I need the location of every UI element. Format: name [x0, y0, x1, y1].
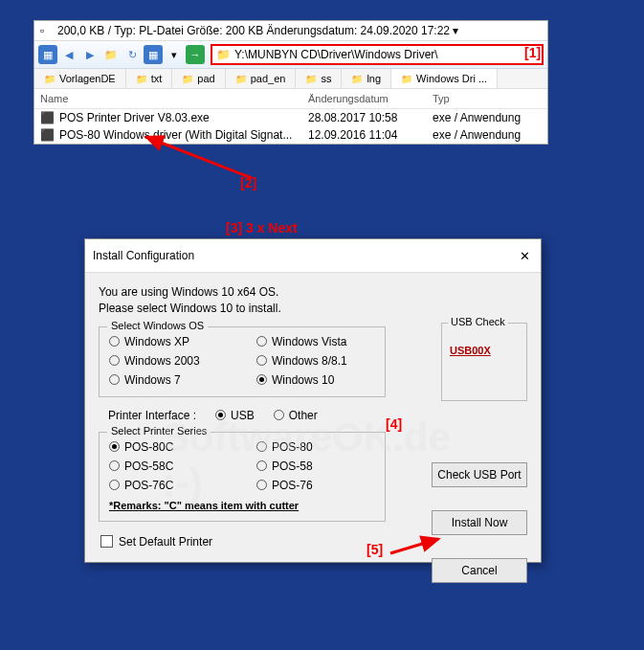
- file-explorer: ▫ 200,0 KB / Typ: PL-Datei Größe: 200 KB…: [33, 20, 548, 145]
- os-fieldset: Select Windows OS Windows XP Windows Vis…: [99, 326, 386, 397]
- install-now-button[interactable]: Install Now: [432, 510, 527, 535]
- file-row[interactable]: ⬛ POS-80 Windows driver (With Digital Si…: [34, 126, 547, 144]
- radio-icon: [109, 441, 120, 452]
- radio-icon: [109, 355, 120, 366]
- radio-windows-8[interactable]: Windows 8/8.1: [256, 354, 375, 368]
- checkbox-icon: [100, 535, 113, 548]
- radio-pos-58c[interactable]: POS-58C: [109, 459, 228, 473]
- radio-icon: [215, 410, 226, 420]
- tab-item-active[interactable]: 📁Windows Dri ...: [391, 69, 498, 88]
- file-type: exe / Anwendung: [433, 111, 542, 124]
- annotation-1: [1]: [524, 45, 541, 60]
- tab-item[interactable]: 📁pad_en: [226, 69, 297, 88]
- radio-icon: [256, 336, 267, 347]
- titlebar: Install Configuration ✕: [85, 239, 541, 273]
- status-text: 200,0 KB / Typ: PL-Datei Größe: 200 KB Ä…: [57, 24, 542, 37]
- folder-icon: 📁: [216, 48, 231, 61]
- annotation-3: [3] 3 x Next: [226, 220, 298, 235]
- exe-icon: ⬛: [40, 111, 56, 124]
- folder-icon: 📁: [305, 74, 317, 84]
- folder-tabs: 📁VorlagenDE 📁txt 📁pad 📁pad_en 📁ss 📁lng 📁…: [34, 69, 547, 89]
- usb-check-legend: USB Check: [448, 316, 508, 327]
- view-icon[interactable]: ▦: [38, 45, 57, 64]
- remarks-text: *Remarks: "C" means item with cutter: [109, 500, 375, 511]
- info-text: You are using Windows 10 x64 OS. Please …: [99, 284, 527, 317]
- tab-item[interactable]: 📁lng: [342, 69, 391, 88]
- address-text: Y:\MUNBYN CD\Driver\Windows Driver\: [234, 48, 538, 61]
- file-name: POS Printer Driver V8.03.exe: [59, 111, 308, 124]
- file-date: 28.08.2017 10:58: [308, 111, 433, 124]
- radio-pos-76c[interactable]: POS-76C: [109, 479, 228, 492]
- svg-line-1: [390, 539, 438, 553]
- radio-icon: [256, 374, 267, 385]
- tab-item[interactable]: 📁ss: [296, 69, 342, 88]
- radio-icon: [256, 441, 267, 452]
- radio-pos-80[interactable]: POS-80: [256, 440, 375, 454]
- file-row[interactable]: ⬛ POS Printer Driver V8.03.exe 28.08.201…: [34, 109, 547, 126]
- dialog-title: Install Configuration: [93, 249, 510, 262]
- radio-icon: [109, 374, 120, 385]
- back-icon[interactable]: ◀: [59, 45, 78, 64]
- col-date[interactable]: Änderungsdatum: [308, 93, 433, 104]
- check-usb-button[interactable]: Check USB Port: [432, 462, 527, 487]
- radio-windows-vista[interactable]: Windows Vista: [256, 335, 375, 348]
- file-date: 12.09.2016 11:04: [308, 128, 433, 142]
- folder-icon: 📁: [44, 74, 56, 84]
- radio-icon: [274, 410, 284, 420]
- col-name[interactable]: Name: [40, 93, 308, 104]
- tab-item[interactable]: 📁pad: [172, 69, 225, 88]
- folder-icon: 📁: [235, 74, 247, 84]
- radio-icon: [109, 336, 120, 347]
- dropdown-icon[interactable]: ▾: [165, 45, 184, 64]
- radio-icon: [256, 460, 267, 471]
- folder-icon: 📁: [136, 74, 147, 84]
- svg-line-0: [146, 137, 252, 178]
- tab-item[interactable]: 📁VorlagenDE: [34, 69, 126, 88]
- usb-value: USB00X: [450, 345, 522, 356]
- radio-icon: [256, 480, 267, 490]
- install-dialog: Install Configuration ✕ You are using Wi…: [84, 238, 542, 563]
- radio-pos-76[interactable]: POS-76: [256, 479, 375, 492]
- radio-icon: [256, 355, 267, 366]
- radio-icon: [109, 480, 120, 490]
- explorer-toolbar: ▦ ◀ ▶ 📁 ↻ ▦ ▾ → 📁 Y:\MUNBYN CD\Driver\Wi…: [34, 41, 547, 69]
- radio-pos-58[interactable]: POS-58: [256, 459, 375, 473]
- grid-icon[interactable]: ▦: [144, 45, 163, 64]
- close-icon[interactable]: ✕: [510, 245, 539, 266]
- arrow-icon: [386, 534, 453, 563]
- file-type: exe / Anwendung: [433, 128, 542, 142]
- printer-interface-label: Printer Interface :: [108, 409, 196, 422]
- series-legend: Select Printer Series: [107, 425, 211, 437]
- set-default-label: Set Default Printer: [119, 535, 212, 549]
- annotation-5: [5]: [366, 542, 383, 557]
- os-legend: Select Windows OS: [107, 320, 208, 331]
- folder-icon: 📁: [401, 74, 412, 84]
- refresh-icon[interactable]: ↻: [122, 45, 142, 64]
- exe-icon: ⬛: [40, 128, 56, 142]
- col-typ[interactable]: Typ: [433, 93, 542, 104]
- radio-windows-2003[interactable]: Windows 2003: [109, 354, 228, 368]
- series-fieldset: Select Printer Series POS-80C POS-80 POS…: [99, 432, 386, 522]
- up-icon[interactable]: 📁: [101, 45, 121, 64]
- radio-windows-xp[interactable]: Windows XP: [109, 335, 228, 348]
- radio-icon: [109, 460, 120, 471]
- go-icon[interactable]: →: [186, 45, 205, 64]
- folder-icon: 📁: [351, 74, 363, 84]
- list-header: Name Änderungsdatum Typ: [34, 89, 547, 109]
- annotation-4: [4]: [386, 416, 402, 432]
- usb-check-box: USB Check USB00X: [441, 323, 527, 401]
- radio-pos-80c[interactable]: POS-80C: [109, 440, 228, 454]
- forward-icon[interactable]: ▶: [80, 45, 100, 64]
- explorer-statusbar: ▫ 200,0 KB / Typ: PL-Datei Größe: 200 KB…: [34, 21, 547, 41]
- folder-icon: 📁: [182, 74, 193, 84]
- radio-other[interactable]: Other: [274, 409, 318, 422]
- radio-windows-10[interactable]: Windows 10: [256, 373, 375, 387]
- address-bar[interactable]: 📁 Y:\MUNBYN CD\Driver\Windows Driver\: [211, 44, 544, 65]
- file-icon: ▫: [40, 24, 54, 37]
- arrow-icon: [137, 132, 271, 185]
- tab-item[interactable]: 📁txt: [126, 69, 173, 88]
- radio-usb[interactable]: USB: [215, 409, 255, 422]
- radio-windows-7[interactable]: Windows 7: [109, 373, 228, 387]
- set-default-row[interactable]: Set Default Printer: [99, 535, 527, 549]
